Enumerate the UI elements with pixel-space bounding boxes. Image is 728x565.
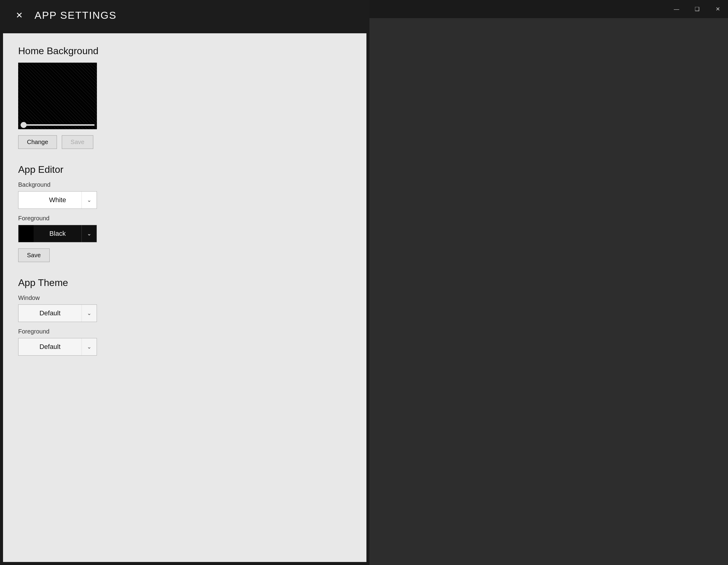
- window-controls: — ❑ ✕: [666, 0, 728, 18]
- theme-foreground-label: Foreground: [18, 328, 351, 335]
- close-button[interactable]: ✕: [707, 0, 728, 18]
- save-background-button[interactable]: Save: [62, 135, 93, 149]
- home-background-title: Home Background: [18, 45, 351, 57]
- settings-content: Home Background Change Save App Editor B…: [3, 33, 366, 562]
- editor-foreground-label: Foreground: [18, 215, 351, 222]
- change-background-button[interactable]: Change: [18, 135, 57, 149]
- maximize-button[interactable]: ❑: [687, 0, 707, 18]
- slider-thumb[interactable]: [21, 122, 27, 128]
- home-background-section: Home Background Change Save: [18, 45, 351, 149]
- brightness-slider[interactable]: [21, 124, 94, 126]
- background-texture: [18, 63, 97, 129]
- app-theme-section: App Theme Window Default ⌄ Default Dark …: [18, 277, 351, 355]
- theme-foreground-select[interactable]: Default ⌄ Default Dark Light: [18, 338, 97, 355]
- settings-header: ✕ APP SETTINGS: [0, 0, 369, 30]
- settings-close-button[interactable]: ✕: [11, 7, 27, 23]
- editor-background-label: Background: [18, 181, 351, 188]
- home-bg-button-row: Change Save: [18, 135, 351, 149]
- close-icon: ✕: [16, 10, 23, 20]
- background-preview: [18, 63, 97, 129]
- theme-window-select[interactable]: Default ⌄ Default Dark Light: [18, 304, 97, 322]
- settings-title: APP SETTINGS: [35, 9, 117, 21]
- settings-panel: ✕ APP SETTINGS Home Background Change Sa…: [0, 0, 369, 565]
- app-editor-title: App Editor: [18, 164, 351, 175]
- app-editor-section: App Editor Background White ⌄ White Blac…: [18, 164, 351, 262]
- app-theme-title: App Theme: [18, 277, 351, 288]
- theme-window-label: Window: [18, 294, 351, 301]
- brightness-slider-container: [21, 124, 94, 126]
- editor-save-button[interactable]: Save: [18, 249, 50, 262]
- minimize-button[interactable]: —: [666, 0, 687, 18]
- editor-background-select[interactable]: White ⌄ White Black Gray: [18, 191, 97, 209]
- editor-save-row: Save: [18, 249, 351, 262]
- editor-foreground-select[interactable]: Black ⌄ Black White Gray: [18, 225, 97, 243]
